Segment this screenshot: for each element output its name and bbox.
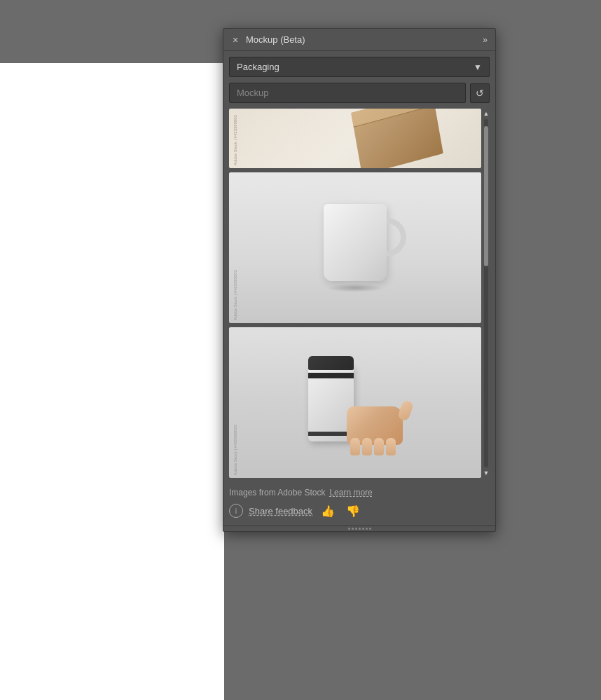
resize-dot-3 [355,528,357,530]
learn-more-link[interactable]: Learn more [329,488,372,497]
finger-1 [350,438,360,455]
search-input[interactable] [229,83,466,103]
share-feedback-link[interactable]: Share feedback [249,506,312,516]
panel-titlebar: × Mockup (Beta) » [223,29,495,51]
image-mug-inner: Adobe Stock | #423395802 [229,172,481,323]
images-wrapper: ▲ ▼ Adobe Stock | #423395802 [229,109,490,478]
refresh-button[interactable]: ↺ [470,83,490,103]
thumb-shape [396,399,414,422]
collapse-button[interactable]: » [483,35,488,45]
resize-dot-6 [366,528,368,530]
scroll-down-button[interactable]: ▼ [483,469,490,476]
mockup-panel: × Mockup (Beta) » Packaging ▼ ↺ ▲ [223,28,496,532]
mug-handle-shape [387,218,406,256]
mug-group [324,204,387,292]
resize-dot-7 [369,528,371,530]
resize-dot-4 [359,528,361,530]
resize-dot-5 [362,528,364,530]
adobe-stock-row: Images from Adobe Stock Learn more [229,488,490,497]
adobe-stock-text: Images from Adobe Stock [229,488,325,497]
close-button[interactable]: × [230,35,240,45]
refresh-icon: ↺ [476,88,484,99]
panel-body: Packaging ▼ ↺ ▲ ▼ [223,51,495,483]
watermark-2: Adobe Stock | #423395802 [233,270,237,320]
finger-4 [386,438,396,455]
travel-mug-lid [308,356,354,370]
hand-fingers [350,438,396,455]
thumbs-up-icon: 👍 [321,505,335,518]
thumbs-up-button[interactable]: 👍 [318,503,338,519]
scrollbar-area: ▲ ▼ [483,109,490,478]
image-travel-mug-inner: Adobe Stock | #455988065 [229,327,481,478]
scrollbar-thumb[interactable] [484,126,488,266]
search-row: ↺ [229,83,490,103]
resize-dots [348,528,371,530]
thumbs-down-button[interactable]: 👎 [343,503,363,519]
panel-title: Mockup (Beta) [246,34,305,45]
image-box-inner: Adobe Stock | #423395802 [229,109,481,168]
finger-2 [362,438,372,455]
image-card-mug[interactable]: Adobe Stock | #423395802 [229,172,481,323]
resize-handle[interactable] [223,526,495,531]
chevron-down-icon: ▼ [474,62,482,72]
box-shape [351,109,443,168]
hand-shape [347,406,403,445]
feedback-row: i Share feedback 👍 👎 [229,503,490,519]
hand-palm [347,406,403,445]
scroll-up-button[interactable]: ▲ [483,110,490,117]
titlebar-left: × Mockup (Beta) [230,34,305,45]
image-card-box[interactable]: Adobe Stock | #423395802 [229,109,481,168]
travel-mug-band [308,373,354,378]
finger-3 [374,438,384,455]
mug-shadow [327,284,383,292]
resize-dot-2 [352,528,354,530]
resize-dot-1 [348,528,350,530]
info-icon[interactable]: i [229,504,243,518]
mug-body-shape [324,204,387,281]
image-card-travel-mug[interactable]: Adobe Stock | #455988065 [229,327,481,478]
category-dropdown[interactable]: Packaging ▼ [229,57,490,77]
watermark-1: Adobe Stock | #423395802 [233,115,237,165]
background-canvas [0,63,224,700]
dropdown-label: Packaging [237,62,474,72]
watermark-3: Adobe Stock | #455988065 [233,425,237,475]
footer-section: Images from Adobe Stock Learn more i Sha… [223,483,495,526]
info-icon-label: i [235,507,237,515]
hand-group [308,364,403,441]
thumbs-down-icon: 👎 [346,505,360,518]
images-container: Adobe Stock | #423395802 Adobe Stock | #… [229,109,481,478]
